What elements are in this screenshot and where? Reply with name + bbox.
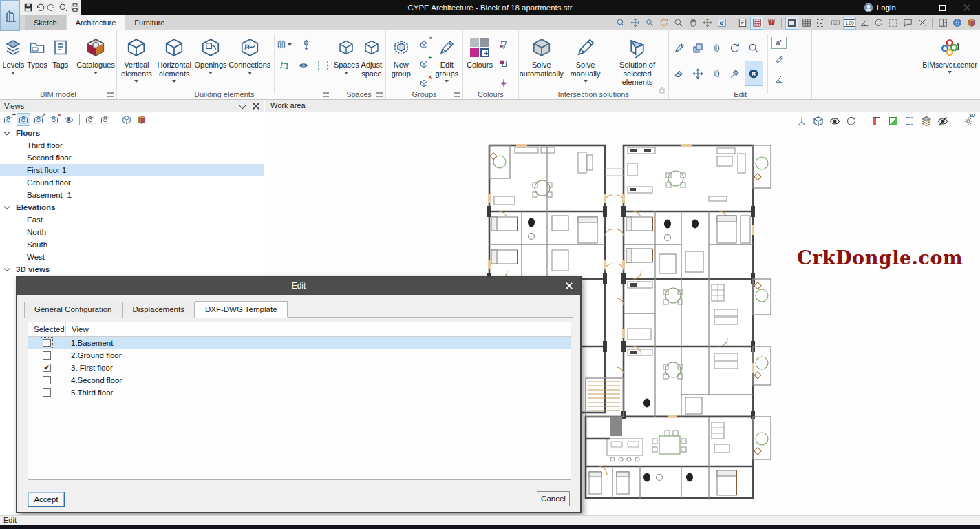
- tags-button[interactable]: Tags: [49, 32, 72, 90]
- grid-icon[interactable]: [800, 17, 813, 30]
- text-style-icon[interactable]: a': [771, 37, 787, 49]
- capture-zoom-icon[interactable]: [98, 113, 112, 126]
- group-menu-icon[interactable]: [376, 92, 383, 97]
- compass-icon[interactable]: [496, 75, 511, 92]
- isometric-view-icon[interactable]: [120, 113, 134, 126]
- swap-colours-icon[interactable]: [496, 56, 511, 72]
- table-row[interactable]: 2.Ground floor: [28, 349, 571, 362]
- dialog-tab-dxf-dwg-template[interactable]: DXF-DWG Template: [195, 301, 288, 318]
- remove-group-icon[interactable]: ×: [416, 75, 432, 92]
- pillar-icon[interactable]: [299, 37, 314, 53]
- dwg-layers-icon[interactable]: [750, 17, 763, 30]
- tree-item[interactable]: East: [0, 214, 264, 226]
- table-row[interactable]: 1.Basement: [28, 337, 571, 349]
- tab-sketch[interactable]: Sketch: [25, 15, 66, 30]
- table-row[interactable]: ✔3. First floor: [28, 362, 571, 374]
- move-view-icon[interactable]: [701, 17, 714, 30]
- select-window-icon[interactable]: [785, 17, 798, 30]
- redo-icon[interactable]: [47, 2, 56, 13]
- orbit-icon[interactable]: [828, 114, 841, 127]
- tree-item[interactable]: South: [0, 238, 264, 251]
- tree-group[interactable]: Floors: [0, 127, 264, 139]
- ortho-icon[interactable]: [872, 17, 885, 30]
- new-group-button[interactable]: New group: [387, 32, 415, 90]
- openings-button[interactable]: Openings: [194, 32, 228, 90]
- web-icon[interactable]: [950, 17, 963, 30]
- dxf-template-icon[interactable]: [736, 17, 749, 30]
- group-menu-icon[interactable]: [454, 92, 460, 97]
- undo-icon[interactable]: [35, 2, 45, 13]
- close-button[interactable]: [955, 0, 979, 15]
- perspective-view-icon[interactable]: [135, 113, 149, 126]
- tab-furniture[interactable]: Furniture: [125, 15, 173, 30]
- dimension-icon[interactable]: 1.00: [843, 17, 856, 30]
- view-cube-icon[interactable]: [811, 114, 824, 127]
- work-box-icon[interactable]: [903, 114, 916, 127]
- tree-item[interactable]: Second floor: [0, 152, 264, 164]
- measure-icon[interactable]: [771, 52, 787, 68]
- tree-item[interactable]: First floor 1: [0, 164, 264, 176]
- tree-group[interactable]: 3D views: [0, 263, 264, 276]
- row-checkbox[interactable]: [43, 376, 51, 384]
- zoom-previous-icon[interactable]: [614, 17, 627, 30]
- horizontal-elements-button[interactable]: Horizontal elements: [155, 32, 194, 90]
- redraw-icon[interactable]: [657, 17, 670, 30]
- keyboard-icon[interactable]: [829, 17, 842, 30]
- pan-icon[interactable]: [686, 17, 699, 30]
- chevron-down-icon[interactable]: [4, 265, 10, 271]
- tree-item[interactable]: Basement -1: [0, 189, 264, 201]
- move-icon[interactable]: [689, 61, 707, 86]
- edit-view-icon[interactable]: [17, 113, 30, 126]
- zoom-extents-icon[interactable]: [628, 17, 641, 30]
- new-view-icon[interactable]: +: [1, 113, 15, 126]
- zoom-detail-icon[interactable]: [745, 35, 763, 61]
- tree-item[interactable]: West: [0, 251, 264, 263]
- capture-view-icon[interactable]: [83, 113, 97, 126]
- accept-button[interactable]: Accept: [28, 492, 65, 507]
- copy-icon[interactable]: [689, 35, 707, 61]
- levels-button[interactable]: Levels: [1, 32, 25, 90]
- tree-item[interactable]: Third floor: [0, 139, 264, 152]
- group-menu-icon[interactable]: [107, 92, 114, 97]
- match-properties-icon[interactable]: [726, 61, 745, 86]
- close-panel-icon[interactable]: [253, 103, 259, 110]
- spaces-button[interactable]: Spaces: [334, 32, 359, 90]
- mirror-copy-icon[interactable]: [707, 35, 726, 61]
- save-icon[interactable]: [23, 2, 33, 13]
- solve-manually-button[interactable]: Solve manually: [563, 32, 608, 90]
- zoom-x2-icon[interactable]: [643, 17, 656, 30]
- tree-group[interactable]: Elevations: [0, 201, 264, 214]
- cut-icon[interactable]: [915, 17, 928, 30]
- rotate-icon[interactable]: [726, 35, 745, 61]
- solve-automatically-button[interactable]: Solve automatically: [520, 32, 563, 90]
- types-button[interactable]: Types: [25, 32, 50, 90]
- selection-region-icon[interactable]: [315, 57, 330, 74]
- full-window-icon[interactable]: [715, 17, 728, 30]
- connections-button[interactable]: Connections: [227, 32, 272, 90]
- wall-pair-icon[interactable]: [277, 37, 292, 53]
- section-box-icon[interactable]: [870, 114, 883, 127]
- cancel-button[interactable]: Cancel: [537, 491, 570, 506]
- maximize-button[interactable]: [930, 0, 954, 15]
- app-menu-button[interactable]: [0, 0, 20, 31]
- comment-icon[interactable]: [901, 17, 914, 30]
- beam-icon[interactable]: [296, 57, 311, 74]
- edit-groups-button[interactable]: Edit groups: [433, 32, 461, 90]
- layers-3d-icon[interactable]: [919, 114, 933, 127]
- tree-item[interactable]: Ground floor: [0, 176, 264, 189]
- chevron-down-icon[interactable]: [4, 203, 10, 209]
- hide-elements-icon[interactable]: [936, 114, 949, 127]
- dialog-title-bar[interactable]: Edit: [17, 277, 580, 295]
- turntable-icon[interactable]: [844, 114, 858, 127]
- help-book-icon[interactable]: [965, 17, 978, 30]
- print-icon[interactable]: [70, 2, 80, 13]
- include-group-icon[interactable]: +: [416, 56, 432, 72]
- tab-architecture[interactable]: Architecture: [67, 15, 125, 30]
- group-settings-gear-icon[interactable]: [658, 85, 666, 98]
- clip-plane-icon[interactable]: [886, 114, 899, 127]
- dialog-close-button[interactable]: [562, 280, 576, 292]
- snap-point-icon[interactable]: [814, 17, 827, 30]
- colours-button[interactable]: + Colours: [465, 32, 495, 90]
- slab-icon[interactable]: [277, 57, 292, 74]
- catalogues-button[interactable]: Catalogues: [76, 32, 115, 90]
